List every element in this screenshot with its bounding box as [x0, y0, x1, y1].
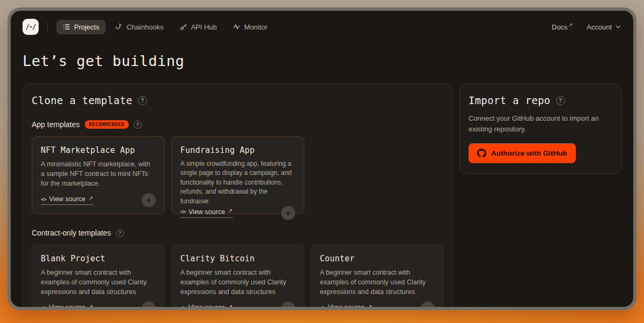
- card-description: A beginner smart contract with examples …: [180, 268, 295, 297]
- nav-items: Projects Chainhooks API Hub: [56, 20, 274, 34]
- authorize-github-button[interactable]: Authorize with GitHub: [469, 143, 576, 163]
- nav-right: Docs ↗ Account: [552, 23, 621, 31]
- nav-item-projects[interactable]: Projects: [56, 20, 106, 34]
- card-description: A beginner smart contract with examples …: [41, 268, 156, 297]
- app-window: /-/ Projects Chainhooks: [8, 8, 636, 310]
- code-icon: <>: [41, 304, 46, 311]
- external-link-icon: ↗: [568, 23, 573, 28]
- card-title: Fundraising App: [180, 145, 295, 155]
- nav-item-label: Projects: [74, 23, 99, 31]
- external-link-icon: ↗: [368, 304, 372, 310]
- template-card-nft-marketplace[interactable]: NFT Marketplace App A minimalistic NFT m…: [32, 136, 165, 214]
- card-title: Blank Project: [41, 254, 156, 263]
- card-description: A beginner smart contract with examples …: [320, 268, 435, 297]
- top-nav: /-/ Projects Chainhooks: [23, 19, 621, 35]
- hiro-logo[interactable]: /-/: [23, 19, 39, 35]
- nav-item-api-hub[interactable]: API Hub: [173, 20, 223, 34]
- template-card-clarity-bitcoin[interactable]: Clarity Bitcoin A beginner smart contrac…: [171, 245, 304, 310]
- nav-item-monitor[interactable]: Monitor: [226, 20, 274, 34]
- account-label: Account: [587, 23, 612, 31]
- help-icon[interactable]: ?: [556, 96, 565, 105]
- contract-template-cards: Blank Project A beginner smart contract …: [32, 245, 444, 310]
- view-source-label: View source: [49, 195, 85, 203]
- main-content: Clone a template ? App templates RECOMME…: [23, 84, 621, 310]
- import-repo-description: Connect your GitHub account to import an…: [469, 113, 612, 134]
- external-link-icon: ↗: [89, 195, 93, 201]
- view-source-link[interactable]: <> View source ↗: [41, 195, 93, 205]
- clone-template-title: Clone a template: [32, 94, 133, 106]
- nav-item-label: API Hub: [191, 23, 217, 31]
- external-link-icon: ↗: [89, 304, 93, 310]
- authorize-github-label: Authorize with GitHub: [491, 149, 567, 157]
- card-description: A simple crowdfunding app, featuring a s…: [180, 159, 295, 206]
- external-link-icon: ↗: [228, 304, 232, 310]
- help-icon[interactable]: ?: [134, 121, 142, 129]
- contract-templates-label: Contract-only templates: [32, 229, 111, 237]
- nav-divider: [47, 23, 48, 31]
- code-icon: <>: [180, 208, 185, 215]
- help-icon[interactable]: ?: [138, 96, 147, 105]
- help-icon[interactable]: ?: [116, 229, 124, 237]
- github-icon: [477, 149, 486, 158]
- view-source-link[interactable]: <> View source ↗: [180, 208, 233, 218]
- app-templates-label: App templates: [32, 120, 80, 129]
- list-icon: [63, 23, 70, 31]
- card-title: Clarity Bitcoin: [180, 254, 295, 263]
- view-source-label: View source: [49, 304, 85, 310]
- pulse-icon: [233, 23, 240, 31]
- add-template-button[interactable]: +: [142, 302, 156, 310]
- chevron-down-icon: [615, 24, 621, 30]
- card-title: NFT Marketplace App: [41, 145, 156, 155]
- external-link-icon: ↗: [228, 208, 232, 214]
- view-source-link[interactable]: <> View source ↗: [320, 304, 372, 310]
- template-card-blank-project[interactable]: Blank Project A beginner smart contract …: [32, 245, 165, 310]
- hook-icon: [115, 23, 123, 31]
- key-icon: [180, 23, 187, 31]
- add-template-button[interactable]: +: [142, 193, 156, 207]
- card-description: A minimalistic NFT marketplace, with a s…: [41, 159, 156, 188]
- view-source-link[interactable]: <> View source ↗: [41, 304, 93, 310]
- docs-link[interactable]: Docs ↗: [552, 23, 573, 31]
- code-icon: <>: [180, 304, 185, 311]
- nav-item-label: Monitor: [244, 23, 267, 31]
- view-source-label: View source: [188, 304, 225, 310]
- view-source-label: View source: [328, 304, 364, 310]
- nav-item-label: Chainhooks: [127, 23, 164, 31]
- template-card-counter[interactable]: Counter A beginner smart contract with e…: [311, 245, 444, 310]
- clone-template-panel: Clone a template ? App templates RECOMME…: [23, 84, 453, 310]
- account-menu[interactable]: Account: [587, 23, 621, 31]
- code-icon: <>: [41, 196, 46, 203]
- nav-item-chainhooks[interactable]: Chainhooks: [109, 20, 170, 34]
- recommended-badge: RECOMMENDED: [85, 120, 129, 129]
- view-source-link[interactable]: <> View source ↗: [180, 304, 233, 310]
- template-card-fundraising[interactable]: Fundraising App A simple crowdfunding ap…: [171, 136, 304, 214]
- hiro-logo-text: /-/: [26, 23, 36, 31]
- import-repo-title: Import a repo: [469, 94, 551, 106]
- import-repo-panel: Import a repo ? Connect your GitHub acco…: [459, 84, 621, 174]
- page-title: Let’s get building: [23, 53, 621, 69]
- add-template-button[interactable]: +: [281, 206, 295, 220]
- code-icon: <>: [320, 304, 325, 311]
- add-template-button[interactable]: +: [281, 302, 295, 310]
- app-template-cards: NFT Marketplace App A minimalistic NFT m…: [32, 136, 444, 214]
- card-title: Counter: [320, 254, 435, 263]
- docs-label: Docs: [552, 23, 568, 31]
- view-source-label: View source: [188, 208, 225, 216]
- add-template-button[interactable]: +: [421, 302, 435, 310]
